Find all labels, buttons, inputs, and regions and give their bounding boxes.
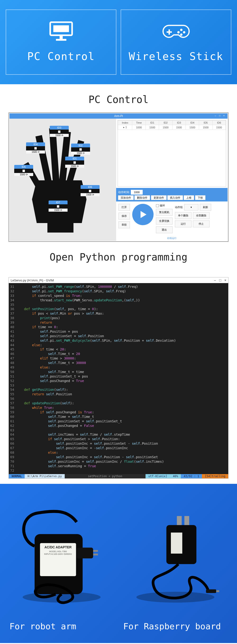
- section-heading-python: Open Python programming: [0, 251, 237, 263]
- gamepad-icon: [162, 22, 190, 41]
- servo-chip-id6[interactable]: ID61500 ⟳: [81, 185, 100, 196]
- svg-point-9: [177, 31, 180, 34]
- close-icon[interactable]: ×: [225, 278, 226, 282]
- svg-text:AC/DC ADAPTER: AC/DC ADAPTER: [44, 546, 72, 549]
- svg-text:INPUT:AC100-240V~50/60Hz: INPUT:AC100-240V~50/60Hz: [44, 553, 72, 555]
- group-button[interactable]: 运行: [175, 220, 192, 227]
- minimize-icon[interactable]: –: [214, 278, 216, 282]
- top-feature-cards: PC Control Wireless Stick: [0, 0, 237, 84]
- close-icon[interactable]: ×: [223, 114, 227, 118]
- time-input[interactable]: 1000: [131, 190, 143, 194]
- svg-rect-27: [171, 532, 182, 554]
- maximize-icon[interactable]: □: [219, 278, 221, 282]
- control-button[interactable]: 退出: [156, 226, 173, 233]
- servo-chip-id3[interactable]: ID31500 ⟳: [50, 126, 69, 137]
- group-button[interactable]: 停止: [193, 220, 210, 227]
- acdc-adapter-image: AC/DC ADAPTER MODEL:HDL-7350 INPUT:AC100…: [9, 493, 114, 617]
- editor-title: LeServo.py (H:\Arm_Pi) - GVIM: [11, 278, 54, 282]
- code-editor-window: LeServo.py (H:\Arm_Pi) - GVIM – □ × 31 3…: [8, 277, 229, 478]
- feature-card-pc: PC Control: [6, 10, 116, 75]
- code-body: 31 32 33 34 35 36 37 38 39 40 41 42 43 4…: [9, 283, 228, 474]
- adapter-raspberry: For Raspberry board: [123, 493, 228, 631]
- action-button[interactable]: 添加动作: [118, 195, 134, 200]
- col-id5: ID5: [199, 120, 212, 125]
- group-button[interactable]: 全部删除: [193, 212, 210, 219]
- group-label: 动作组: [175, 206, 183, 209]
- editor-statusbar: NORMAL H:\Arm Pi\LeServo.py setPosition …: [9, 474, 228, 478]
- maximize-icon[interactable]: □: [219, 114, 222, 118]
- minimize-icon[interactable]: –: [215, 114, 218, 118]
- code-content[interactable]: self.pi.set_PWM_range(self.SPin, 1000000…: [16, 283, 228, 474]
- servo-chip-id1[interactable]: ID11500 ⟳: [65, 156, 84, 168]
- servo-table: IndexTimeID1ID2ID3ID4ID5ID6 ▸ 1100015001…: [118, 120, 226, 186]
- monitor-icon: [47, 22, 75, 41]
- svg-point-8: [180, 34, 183, 36]
- armpi-app-window: Arm-Pi – □ × ID31500 ⟳ID41500 ⟳ID21500: [8, 112, 229, 242]
- app-right-panel: IndexTimeID1ID2ID3ID4ID5ID6 ▸ 1100015001…: [116, 119, 228, 241]
- window-buttons: – □ ×: [215, 114, 227, 118]
- action-button[interactable]: 下移: [195, 195, 206, 200]
- line-pos: 43/92 : 1: [181, 474, 202, 478]
- action-bar: 动作时间 1000 添加动作 删除动作 更新动作 插入动作 上移 下移: [116, 188, 228, 202]
- svg-rect-30: [206, 590, 216, 593]
- col-time: Time: [132, 120, 146, 125]
- adapter-caption: For Raspberry board: [123, 622, 221, 631]
- svg-rect-2: [59, 36, 63, 39]
- svg-rect-22: [77, 548, 93, 558]
- app-title: Arm-Pi: [114, 114, 123, 118]
- svg-rect-29: [184, 516, 189, 525]
- app-left-panel: ID31500 ⟳ID41500 ⟳ID21500 ⟳ID11500 ⟳ID51…: [9, 119, 116, 241]
- control-button[interactable]: 全屏切换: [156, 218, 173, 224]
- action-button[interactable]: 更新动作: [151, 195, 167, 200]
- vim-mode: NORMAL: [9, 474, 25, 478]
- robot-hand-image: [14, 126, 104, 232]
- scroll-pct: 46%: [170, 474, 181, 478]
- play-button[interactable]: [132, 204, 154, 225]
- col-id2: ID2: [159, 120, 172, 125]
- control-zone: 打开保存串联 循环 复位舵机全屏切换退出 动作组 ▾ 刷新 单个: [116, 202, 228, 236]
- action-button[interactable]: 上移: [184, 195, 194, 200]
- encoding: utf-8[unix]: [146, 474, 170, 478]
- usb-adapter-image: [123, 493, 228, 617]
- control-button[interactable]: 复位舵机: [156, 209, 173, 216]
- svg-text:MODEL:HDL-7350: MODEL:HDL-7350: [49, 550, 67, 553]
- servo-chip-id5[interactable]: ID51500 ⟳: [14, 165, 33, 176]
- adapter-caption: For robot arm: [9, 622, 76, 631]
- control-button[interactable]: 打开: [118, 204, 130, 211]
- col-id1: ID1: [146, 120, 159, 125]
- servo-chip-id2[interactable]: ID21500 ⟳: [71, 144, 90, 155]
- group-dropdown[interactable]: ▾: [184, 204, 198, 210]
- servo-chip-id4[interactable]: ID41500 ⟳: [26, 142, 45, 154]
- col-id4: ID4: [186, 120, 199, 125]
- adapters-section: AC/DC ADAPTER MODEL:HDL-7350 INPUT:AC100…: [0, 484, 237, 643]
- svg-rect-23: [93, 550, 98, 552]
- table-row[interactable]: ▸ 11000150015001500150015001500: [118, 125, 226, 130]
- control-button[interactable]: 保存: [118, 212, 130, 220]
- col-id3: ID3: [172, 120, 186, 125]
- svg-rect-24: [93, 554, 98, 556]
- svg-rect-15: [47, 221, 73, 232]
- time-label: 动作时间: [118, 190, 129, 194]
- group-button[interactable]: 单个删除: [175, 212, 192, 219]
- svg-rect-3: [56, 39, 66, 41]
- editor-titlebar: LeServo.py (H:\Arm_Pi) - GVIM – □ ×: [9, 278, 228, 283]
- file-path: H:\Arm Pi\LeServo.py: [25, 474, 65, 478]
- col-index: Index: [118, 120, 132, 125]
- svg-rect-1: [53, 26, 69, 32]
- svg-point-7: [183, 31, 185, 34]
- action-button[interactable]: 插入动作: [167, 195, 183, 200]
- svg-rect-5: [167, 31, 172, 33]
- svg-rect-28: [177, 516, 182, 525]
- line-gutter: 31 32 33 34 35 36 37 38 39 40 41 42 43 4…: [9, 283, 16, 474]
- loop-checkbox[interactable]: 循环: [156, 204, 173, 208]
- control-button[interactable]: 串联: [118, 222, 130, 228]
- svg-point-6: [180, 29, 183, 31]
- svg-rect-31: [216, 590, 219, 592]
- action-button[interactable]: 删除动作: [134, 195, 150, 200]
- feature-card-wireless: Wireless Stick: [121, 10, 231, 75]
- col-id6: ID6: [212, 120, 226, 125]
- feature-card-label: PC Control: [27, 50, 95, 62]
- servo-chip-id7[interactable]: ID71500 ⟳: [49, 200, 67, 212]
- status-line: 在线运行: [116, 236, 228, 241]
- refresh-button[interactable]: 刷新: [200, 204, 211, 211]
